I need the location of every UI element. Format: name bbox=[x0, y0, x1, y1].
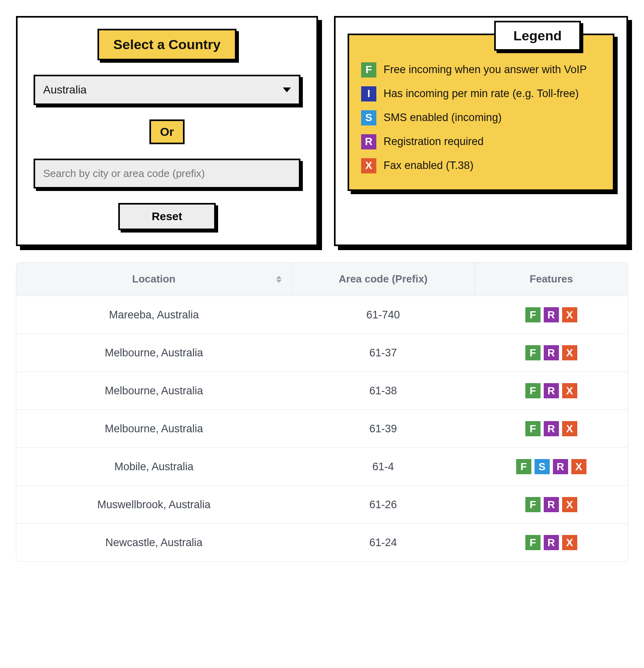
legend-item-text: Registration required bbox=[384, 135, 484, 149]
cell-location: Newcastle, Australia bbox=[16, 524, 292, 562]
table-row: Melbourne, Australia61-38FRX bbox=[16, 372, 628, 410]
legend-item: SSMS enabled (incoming) bbox=[361, 110, 601, 125]
feature-badge-r: R bbox=[361, 134, 376, 149]
search-input[interactable] bbox=[34, 159, 300, 189]
column-header-features-label: Features bbox=[530, 273, 573, 285]
feature-badge-r: R bbox=[544, 421, 559, 436]
legend-card: Legend FFree incoming when you answer wi… bbox=[348, 34, 614, 191]
feature-badge-r: R bbox=[544, 535, 559, 550]
feature-badges: FRX bbox=[525, 383, 577, 398]
feature-badge-f: F bbox=[361, 62, 376, 78]
cell-features: FRX bbox=[475, 486, 628, 524]
results-table: Location Area code (Prefix) Features Mar… bbox=[16, 262, 628, 561]
feature-badge-r: R bbox=[544, 497, 559, 512]
country-select[interactable]: Australia bbox=[34, 75, 300, 105]
feature-badges: FRX bbox=[525, 345, 577, 360]
cell-areacode: 61-37 bbox=[292, 334, 475, 372]
table-row: Newcastle, Australia61-24FRX bbox=[16, 524, 628, 562]
feature-badges: FRX bbox=[525, 307, 577, 322]
feature-badge-f: F bbox=[525, 383, 541, 398]
table-row: Melbourne, Australia61-39FRX bbox=[16, 410, 628, 448]
column-header-features[interactable]: Features bbox=[475, 262, 628, 296]
feature-badge-r: R bbox=[544, 345, 559, 360]
table-row: Muswellbrook, Australia61-26FRX bbox=[16, 486, 628, 524]
feature-badge-f: F bbox=[516, 459, 531, 474]
feature-badges: FRX bbox=[525, 421, 577, 436]
chevron-down-icon bbox=[283, 87, 291, 92]
cell-location: Muswellbrook, Australia bbox=[16, 486, 292, 524]
feature-badge-f: F bbox=[525, 345, 541, 360]
sort-icon bbox=[276, 276, 282, 283]
feature-badge-r: R bbox=[544, 383, 559, 398]
legend-title: Legend bbox=[494, 21, 581, 51]
feature-badge-x: X bbox=[562, 535, 577, 550]
reset-button[interactable]: Reset bbox=[118, 203, 216, 230]
feature-badge-x: X bbox=[562, 497, 577, 512]
cell-areacode: 61-38 bbox=[292, 372, 475, 410]
column-header-location-label: Location bbox=[132, 273, 175, 285]
feature-badge-x: X bbox=[562, 383, 577, 398]
legend-item: IHas incoming per min rate (e.g. Toll-fr… bbox=[361, 86, 601, 101]
legend-panel: Legend FFree incoming when you answer wi… bbox=[334, 16, 628, 246]
cell-areacode: 61-24 bbox=[292, 524, 475, 562]
column-header-areacode-label: Area code (Prefix) bbox=[339, 273, 428, 285]
feature-badge-x: X bbox=[361, 158, 376, 173]
column-header-location[interactable]: Location bbox=[16, 262, 292, 296]
or-label: Or bbox=[149, 119, 184, 144]
cell-location: Melbourne, Australia bbox=[16, 334, 292, 372]
feature-badge-x: X bbox=[562, 345, 577, 360]
country-select-wrap: Australia bbox=[34, 75, 300, 105]
cell-features: FRX bbox=[475, 524, 628, 562]
cell-features: FRX bbox=[475, 410, 628, 448]
cell-features: FRX bbox=[475, 296, 628, 334]
cell-features: FSRX bbox=[475, 448, 628, 486]
legend-item: RRegistration required bbox=[361, 134, 601, 149]
column-header-areacode[interactable]: Area code (Prefix) bbox=[292, 262, 475, 296]
feature-badge-f: F bbox=[525, 307, 541, 322]
legend-list: FFree incoming when you answer with VoIP… bbox=[361, 62, 601, 173]
cell-location: Mareeba, Australia bbox=[16, 296, 292, 334]
feature-badge-r: R bbox=[544, 307, 559, 322]
feature-badges: FRX bbox=[525, 535, 577, 550]
feature-badge-s: S bbox=[361, 110, 376, 125]
legend-item: XFax enabled (T.38) bbox=[361, 158, 601, 173]
cell-location: Melbourne, Australia bbox=[16, 372, 292, 410]
feature-badge-x: X bbox=[562, 421, 577, 436]
table-row: Mobile, Australia61-4FSRX bbox=[16, 448, 628, 486]
feature-badge-f: F bbox=[525, 535, 541, 550]
legend-item-text: Free incoming when you answer with VoIP bbox=[384, 63, 587, 77]
feature-badge-x: X bbox=[562, 307, 577, 322]
cell-location: Melbourne, Australia bbox=[16, 410, 292, 448]
legend-item-text: Fax enabled (T.38) bbox=[384, 159, 473, 173]
cell-features: FRX bbox=[475, 334, 628, 372]
feature-badge-i: I bbox=[361, 86, 376, 101]
feature-badge-f: F bbox=[525, 421, 541, 436]
table-row: Mareeba, Australia61-740FRX bbox=[16, 296, 628, 334]
cell-features: FRX bbox=[475, 372, 628, 410]
cell-areacode: 61-740 bbox=[292, 296, 475, 334]
search-panel: Select a Country Australia Or Reset bbox=[16, 16, 318, 246]
legend-item-text: SMS enabled (incoming) bbox=[384, 111, 502, 125]
feature-badge-f: F bbox=[525, 497, 541, 512]
cell-areacode: 61-4 bbox=[292, 448, 475, 486]
cell-location: Mobile, Australia bbox=[16, 448, 292, 486]
feature-badges: FSRX bbox=[516, 459, 586, 474]
results-table-wrap: Location Area code (Prefix) Features Mar… bbox=[16, 262, 628, 562]
feature-badge-x: X bbox=[571, 459, 586, 474]
table-row: Melbourne, Australia61-37FRX bbox=[16, 334, 628, 372]
search-title: Select a Country bbox=[97, 29, 237, 60]
cell-areacode: 61-39 bbox=[292, 410, 475, 448]
legend-item: FFree incoming when you answer with VoIP bbox=[361, 62, 601, 78]
feature-badge-s: S bbox=[535, 459, 550, 474]
country-select-value: Australia bbox=[43, 84, 87, 96]
feature-badges: FRX bbox=[525, 497, 577, 512]
legend-item-text: Has incoming per min rate (e.g. Toll-fre… bbox=[384, 87, 579, 101]
cell-areacode: 61-26 bbox=[292, 486, 475, 524]
feature-badge-r: R bbox=[553, 459, 568, 474]
